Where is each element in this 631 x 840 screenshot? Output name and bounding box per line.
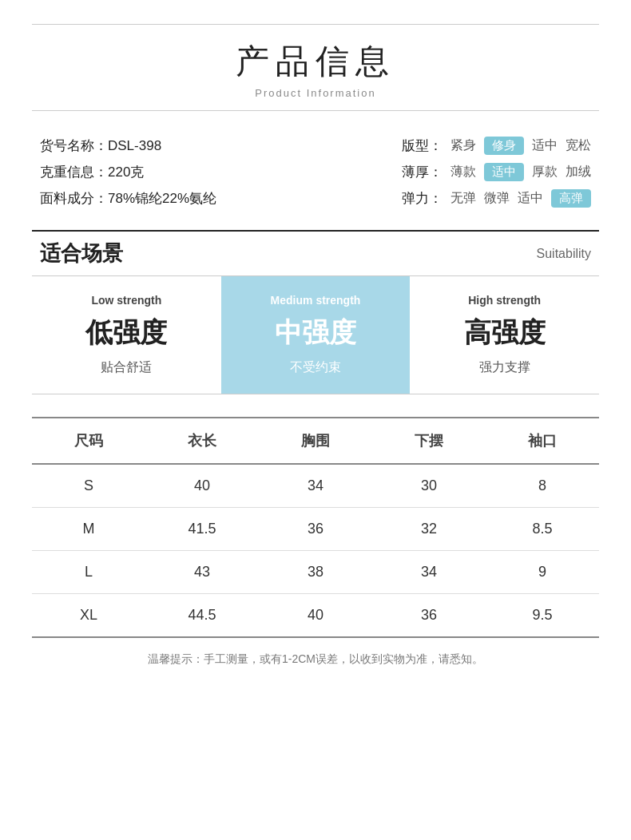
material-value: 78%锦纶22%氨纶 <box>108 191 216 206</box>
medium-strength-cn: 中强度 <box>229 315 403 351</box>
fit-option-tight: 紧身 <box>450 137 476 154</box>
size-table-cell: 9 <box>486 551 599 594</box>
suitability-en: Suitability <box>537 247 591 261</box>
item-number-value: DSL-398 <box>108 138 161 153</box>
size-table-cell: 8 <box>486 464 599 508</box>
medium-strength-desc: 不受约束 <box>229 359 403 376</box>
size-col-header: 下摆 <box>372 418 486 464</box>
thickness-option-thin: 薄款 <box>450 164 476 180</box>
size-table-body: S4034308M41.536328.5L4338349XL44.540369.… <box>32 464 599 637</box>
elasticity-option-slight: 微弹 <box>484 190 510 207</box>
elasticity-row: 弹力： 无弹 微弹 适中 高弹 <box>402 189 591 208</box>
item-number-row: 货号名称：DSL-398 <box>40 137 216 155</box>
footer-note: 温馨提示：手工测量，或有1-2CM误差，以收到实物为准，请悉知。 <box>32 652 599 667</box>
suitability-header: 适合场景 Suitability <box>32 230 599 276</box>
elasticity-label: 弹力： <box>402 189 442 208</box>
low-strength-col: Low strength 低强度 贴合舒适 <box>32 276 221 394</box>
size-table-row: S4034308 <box>32 464 599 508</box>
size-table-cell: 8.5 <box>486 508 599 551</box>
size-table-cell: 41.5 <box>145 508 259 551</box>
size-table-cell: 40 <box>259 594 372 638</box>
suitability-cn: 适合场景 <box>40 240 123 267</box>
size-table-cell: L <box>32 551 145 594</box>
size-table-row: XL44.540369.5 <box>32 594 599 638</box>
weight-label: 克重信息： <box>40 164 108 180</box>
size-table-cell: M <box>32 508 145 551</box>
material-label: 面料成分： <box>40 191 108 206</box>
medium-strength-col: Medium strength 中强度 不受约束 <box>221 276 411 394</box>
thickness-option-fleece: 加绒 <box>566 164 591 180</box>
header-title-en: Product Information <box>32 87 599 99</box>
size-table-cell: 38 <box>259 551 372 594</box>
elasticity-option-medium: 适中 <box>518 190 543 207</box>
low-strength-cn: 低强度 <box>40 315 213 351</box>
size-table-header-row: 尺码衣长胸围下摆袖口 <box>32 418 599 464</box>
size-table-header: 尺码衣长胸围下摆袖口 <box>32 418 599 464</box>
weight-row: 克重信息：220克 <box>40 163 216 181</box>
fit-label: 版型： <box>402 137 442 155</box>
size-table-cell: 34 <box>259 464 372 508</box>
size-table-cell: 44.5 <box>145 594 259 638</box>
low-strength-en: Low strength <box>40 294 213 307</box>
product-info-header: 产品信息 Product Information <box>32 24 599 111</box>
size-table-cell: 9.5 <box>486 594 599 638</box>
medium-strength-en: Medium strength <box>229 294 403 307</box>
material-row: 面料成分：78%锦纶22%氨纶 <box>40 189 216 208</box>
size-table-cell: 36 <box>372 594 486 638</box>
thickness-row: 薄厚： 薄款 适中 厚款 加绒 <box>402 163 591 181</box>
size-table-cell: 43 <box>145 551 259 594</box>
fit-row: 版型： 紧身 修身 适中 宽松 <box>402 137 591 155</box>
size-col-header: 胸围 <box>259 418 372 464</box>
size-table-cell: 40 <box>145 464 259 508</box>
size-table-cell: 36 <box>259 508 372 551</box>
thickness-option-thick: 厚款 <box>532 164 558 180</box>
size-table-cell: 34 <box>372 551 486 594</box>
thickness-option-medium: 适中 <box>484 163 524 181</box>
item-number-label: 货号名称： <box>40 138 108 153</box>
header-title-cn: 产品信息 <box>32 39 599 84</box>
size-table-row: L4338349 <box>32 551 599 594</box>
size-table-row: M41.536328.5 <box>32 508 599 551</box>
size-col-header: 尺码 <box>32 418 145 464</box>
size-col-header: 衣长 <box>145 418 259 464</box>
product-info-section: 货号名称：DSL-398 克重信息：220克 面料成分：78%锦纶22%氨纶 版… <box>32 137 599 208</box>
size-table-cell: XL <box>32 594 145 638</box>
size-col-header: 袖口 <box>486 418 599 464</box>
fit-option-regular: 适中 <box>532 137 558 154</box>
high-strength-col: High strength 高强度 强力支撑 <box>410 276 599 394</box>
strength-grid: Low strength 低强度 贴合舒适 Medium strength 中强… <box>32 276 599 394</box>
elasticity-option-none: 无弹 <box>450 190 476 207</box>
size-table-cell: 30 <box>372 464 486 508</box>
elasticity-option-high: 高弹 <box>551 189 591 208</box>
size-table: 尺码衣长胸围下摆袖口 S4034308M41.536328.5L4338349X… <box>32 417 599 638</box>
size-table-cell: S <box>32 464 145 508</box>
thickness-label: 薄厚： <box>402 163 442 181</box>
low-strength-desc: 贴合舒适 <box>40 359 213 376</box>
size-table-cell: 32 <box>372 508 486 551</box>
weight-value: 220克 <box>108 164 144 180</box>
high-strength-en: High strength <box>418 294 591 307</box>
high-strength-cn: 高强度 <box>418 315 591 351</box>
info-right: 版型： 紧身 修身 适中 宽松 薄厚： 薄款 适中 厚款 加绒 弹力： 无弹 微… <box>402 137 591 208</box>
fit-option-loose: 宽松 <box>566 137 591 154</box>
fit-option-slim: 修身 <box>484 137 524 155</box>
info-left: 货号名称：DSL-398 克重信息：220克 面料成分：78%锦纶22%氨纶 <box>40 137 216 208</box>
high-strength-desc: 强力支撑 <box>418 359 591 376</box>
